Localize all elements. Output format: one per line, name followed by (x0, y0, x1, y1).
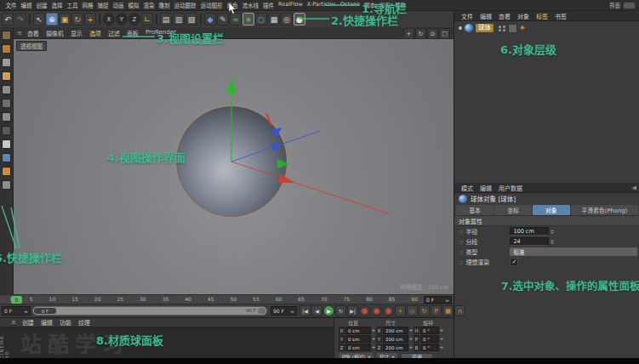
rotation-p-field[interactable]: 0 ° (420, 335, 439, 343)
undo-icon[interactable]: ↶ (2, 13, 14, 26)
palette-icon[interactable] (2, 58, 11, 67)
move-gizmo[interactable] (14, 39, 454, 294)
viewport-menu-item[interactable]: 面板 (123, 29, 142, 37)
object-row[interactable]: 球体 ✚ (454, 23, 639, 33)
palette-icon[interactable] (2, 44, 11, 54)
z-axis-lock-button[interactable]: Z (128, 13, 140, 26)
key-parameter-toggle[interactable]: P (431, 305, 442, 316)
palette-icon[interactable] (2, 31, 11, 40)
keyframe-dot-icon[interactable]: ○ (459, 239, 463, 244)
palette-icon[interactable] (2, 126, 11, 135)
stepper-icon[interactable] (550, 238, 556, 246)
toolbar-icon[interactable] (200, 14, 202, 25)
menu-item[interactable]: 创建 (34, 1, 49, 9)
object-manager-menu-item[interactable]: 编辑 (476, 12, 495, 20)
radius-field[interactable]: 100 cm (510, 227, 549, 236)
move-tool-icon[interactable]: ⊕ (46, 13, 58, 26)
attribute-menu-item[interactable]: 用户数据 (495, 184, 526, 192)
stepper-icon[interactable]: ◂▸ (24, 309, 28, 314)
object-manager-menu-item[interactable]: 标签 (533, 12, 551, 20)
menu-item[interactable]: X-Particles (305, 1, 338, 9)
attribute-tab[interactable]: 平滑着色(Phong) (571, 205, 638, 215)
menu-item[interactable]: 流水线 (240, 1, 261, 9)
key-rotation-toggle[interactable]: ↻ (419, 305, 430, 316)
rotation-b-field[interactable]: 0 ° (420, 344, 439, 351)
object-manager-menu-item[interactable]: 文件 (458, 12, 476, 20)
menu-item[interactable]: 渲染 (141, 1, 157, 9)
range-start-field[interactable]: 0 F ◂▸ (2, 306, 31, 316)
autokey-button[interactable]: ● (371, 305, 382, 316)
add-cube-primitive-icon[interactable]: ◆ (204, 13, 216, 26)
rotation-h-field[interactable]: 0 ° (420, 327, 439, 334)
visibility-dots-icon[interactable] (499, 26, 505, 31)
loop-button[interactable]: ↻ (335, 305, 346, 316)
menu-item[interactable]: 插件 (261, 1, 277, 9)
material-menu-item[interactable]: 创建 (19, 318, 37, 327)
render-to-picture-viewer-icon[interactable]: ▥ (173, 13, 185, 26)
material-menu-item[interactable]: 功能 (56, 318, 75, 327)
stepper-icon[interactable] (550, 228, 556, 236)
object-tag-icon[interactable] (508, 24, 517, 33)
material-menu-item[interactable]: 纹理 (75, 318, 94, 327)
pen-spline-icon[interactable]: ✎ (217, 13, 229, 26)
keyframe-dot-icon[interactable]: ○ (459, 259, 463, 264)
viewport-menu-item[interactable]: ProRender (142, 29, 180, 37)
toolbar-icon[interactable] (29, 14, 31, 25)
camera-pan-button[interactable]: + (403, 28, 414, 39)
floor-object-icon[interactable]: ▦ (268, 13, 280, 26)
last-tool-icon[interactable]: + (84, 13, 96, 26)
jump-end-button[interactable]: ▶| (347, 305, 358, 316)
layout-selector[interactable]: 界面 (609, 1, 636, 9)
menu-item[interactable]: 编辑 (19, 1, 34, 9)
record-keyframe-button[interactable]: ● (359, 305, 370, 316)
key-pla-toggle[interactable]: ▦ (442, 305, 454, 316)
size-x-field[interactable]: 200 cm (383, 327, 408, 334)
record-selection-button[interactable]: ● (383, 305, 394, 316)
menu-item[interactable]: 捕捉 (95, 1, 111, 9)
play-button[interactable]: ▶ (323, 305, 334, 316)
keyframe-dot-icon[interactable]: ○ (459, 229, 463, 234)
camera-object-icon[interactable]: ◎ (281, 13, 293, 26)
range-end-field[interactable]: 90 F ◂▸ (271, 306, 297, 316)
viewport-menu-item[interactable]: 摄像机 (43, 29, 67, 37)
menu-item[interactable]: 脚本 (362, 1, 378, 9)
palette-icon[interactable] (2, 112, 11, 122)
material-manager[interactable]: ≡ 创建编辑功能纹理 CINEMA 4D 站酷学习 (0, 317, 334, 359)
viewport-menu-item[interactable]: 过滤 (105, 29, 123, 37)
palette-icon[interactable] (2, 99, 11, 108)
palette-icon[interactable] (2, 71, 11, 81)
camera-zoom-button[interactable]: ⊙ (427, 28, 438, 39)
palette-icon[interactable] (2, 153, 11, 162)
stepper-icon[interactable] (372, 344, 375, 351)
stepper-icon[interactable]: ◂▸ (290, 309, 294, 314)
menu-item[interactable]: 工具 (65, 1, 80, 9)
menu-item[interactable]: 模拟 (126, 1, 141, 9)
toolbar-icon[interactable] (156, 14, 157, 25)
key-scale-toggle[interactable]: ◇ (407, 305, 418, 316)
render-perfect-checkbox[interactable]: ✓ (510, 258, 518, 266)
attribute-tab[interactable]: 对象 (533, 205, 570, 215)
menu-item[interactable]: RealFlow (277, 1, 305, 9)
stepper-icon[interactable] (440, 327, 443, 334)
palette-icon[interactable] (2, 180, 11, 190)
snap-magnet-button[interactable]: ∩ (454, 305, 465, 316)
render-view-icon[interactable]: ▤ (160, 13, 172, 26)
menu-item[interactable]: 雕刻 (157, 1, 172, 9)
attribute-menu-item[interactable]: 模式 (458, 184, 476, 192)
menu-item[interactable]: 动画 (111, 1, 126, 9)
menu-item[interactable]: 文件 (3, 1, 19, 9)
position-y-field[interactable]: 0 cm (345, 335, 371, 343)
prev-frame-button[interactable]: ◀ (311, 305, 322, 316)
size-z-field[interactable]: 200 cm (383, 344, 408, 351)
render-settings-icon[interactable]: ▧ (185, 13, 197, 26)
jump-start-button[interactable]: |◀ (300, 305, 311, 316)
perspective-viewport[interactable]: 透视视图 网格缩放 : 100 cm (14, 39, 454, 294)
material-menu-icon[interactable]: ≡ (11, 319, 16, 326)
menu-item[interactable]: 运动图形 (198, 1, 225, 9)
position-x-field[interactable]: 0 cm (345, 327, 371, 334)
viewport-maximize-button[interactable]: □ (439, 28, 450, 39)
segments-field[interactable]: 24 (510, 237, 549, 246)
viewport-menu-item[interactable]: 选项 (86, 29, 105, 37)
range-handle[interactable] (258, 308, 265, 314)
keyframe-dot-icon[interactable]: ○ (459, 249, 463, 254)
